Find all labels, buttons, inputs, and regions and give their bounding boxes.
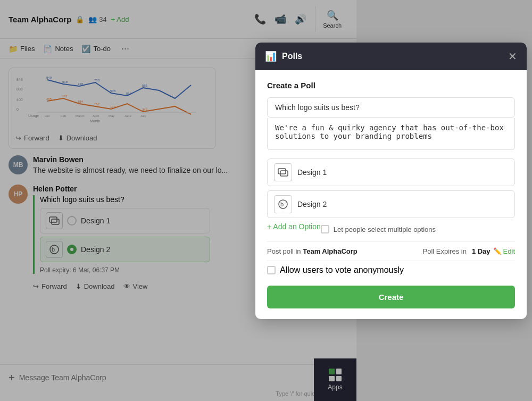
option-1-text-input[interactable] — [297, 168, 508, 177]
svg-text:0: 0 — [16, 107, 19, 111]
edit-icon: ✏️ — [493, 247, 502, 255]
download-icon: ⬇ — [76, 282, 81, 290]
svg-text:b: b — [52, 246, 55, 253]
poll-view-button[interactable]: 👁 View — [123, 282, 148, 290]
multi-select-checkbox[interactable] — [321, 225, 329, 233]
svg-text:179: 179 — [110, 105, 116, 108]
download-button[interactable]: ⬇ Download — [58, 134, 97, 142]
modal-body: Create a Poll We're a fun & quirky agenc… — [255, 70, 527, 319]
forward-button[interactable]: ↪ Forward — [15, 134, 49, 142]
svg-text:285: 285 — [46, 97, 52, 101]
svg-text:Feb: Feb — [61, 114, 66, 118]
anon-label: Allow users to vote anonymously — [280, 265, 404, 275]
todo-icon: ☑️ — [81, 45, 90, 53]
radio-1[interactable] — [67, 216, 77, 225]
svg-text:184: 184 — [78, 100, 84, 103]
create-poll-button[interactable]: Create — [267, 286, 515, 308]
svg-text:849: 849 — [46, 76, 52, 79]
option-icon-2: b — [274, 195, 292, 213]
avatar: MB — [9, 155, 28, 174]
notes-tab[interactable]: 📄 Notes — [43, 45, 73, 53]
svg-text:Month: Month — [90, 119, 101, 123]
avatar: HP — [9, 185, 28, 204]
option-2-text-input[interactable] — [297, 200, 508, 208]
svg-rect-28 — [52, 219, 59, 224]
radio-2-selected[interactable] — [67, 245, 77, 254]
chat-header: Team AlphaCorp 🔒 👥 34 + Add 📞 📹 🔊 🔍 Sear… — [0, 0, 356, 39]
svg-text:718: 718 — [78, 82, 84, 86]
polls-modal: 📊 Polls ✕ Create a Poll We're a fun & qu… — [255, 43, 527, 319]
poll-option-1[interactable]: Design 1 — [40, 208, 210, 233]
add-option-button[interactable]: + Add an Option — [267, 222, 321, 231]
option-1-label: Design 1 — [81, 216, 110, 225]
svg-text:555: 555 — [142, 84, 148, 87]
apps-label: Apps — [328, 383, 342, 391]
poll-description-input[interactable]: We're a fun & quirky agency that has out… — [267, 118, 515, 150]
svg-text:157: 157 — [94, 103, 100, 106]
poll-meta-row: Post poll in Team AlphaCorp Poll Expires… — [267, 241, 515, 261]
more-options-button[interactable]: ··· — [121, 43, 129, 54]
download-icon: ⬇ — [58, 134, 64, 142]
svg-text:400: 400 — [16, 98, 23, 102]
phone-icon[interactable]: 📞 — [254, 13, 266, 25]
video-icon[interactable]: 📹 — [275, 13, 286, 25]
svg-text:Usage: Usage — [28, 114, 39, 118]
svg-text:May: May — [109, 114, 114, 118]
poll-option-2[interactable]: b Design 2 — [40, 237, 210, 262]
team-name: Team AlphaCorp — [9, 15, 71, 24]
svg-text:June: June — [124, 114, 132, 118]
post-in-info: Post poll in Team AlphaCorp — [267, 247, 419, 255]
add-attachment-button[interactable]: + — [9, 372, 15, 384]
svg-rect-31 — [278, 169, 286, 174]
post-team-name: Team AlphaCorp — [303, 247, 358, 255]
add-button[interactable]: + Add — [111, 15, 129, 23]
poll-question-input[interactable] — [267, 97, 515, 118]
svg-text:Jan: Jan — [45, 114, 50, 118]
poll-forward-button[interactable]: ↪ Forward — [33, 282, 67, 290]
modal-header: 📊 Polls ✕ — [255, 43, 527, 70]
lock-icon: 🔒 — [76, 15, 84, 23]
poll-download-button[interactable]: ⬇ Download — [76, 282, 115, 290]
option-icon-1 — [274, 163, 292, 181]
svg-text:349: 349 — [142, 108, 148, 111]
todo-tab[interactable]: ☑️ To-do — [81, 45, 111, 53]
view-icon: 👁 — [123, 282, 130, 290]
polls-icon: 📊 — [265, 51, 277, 62]
anon-checkbox[interactable] — [267, 266, 276, 274]
search-icon: 🔍 — [327, 10, 338, 21]
member-icon: 👥 — [88, 15, 97, 23]
section-label: Create a Poll — [267, 81, 515, 90]
modal-title: Polls — [282, 52, 503, 61]
volume-icon[interactable]: 🔊 — [295, 13, 306, 25]
svg-text:181: 181 — [62, 95, 68, 98]
option-1-icon — [46, 212, 63, 229]
files-icon: 📁 — [9, 45, 18, 53]
apps-icon — [329, 369, 342, 381]
message-input[interactable] — [19, 373, 330, 382]
chart-message: 848 800 400 0 Usage 849 918 718 733 508 … — [9, 68, 216, 149]
svg-rect-32 — [280, 171, 288, 176]
svg-rect-27 — [49, 217, 57, 222]
search-button[interactable]: 🔍 Search — [315, 6, 348, 32]
svg-text:April: April — [93, 114, 99, 118]
multi-select-label: Let people select multiple options — [334, 225, 436, 233]
edit-expiry-button[interactable]: ✏️ Edit — [493, 247, 515, 255]
option-2-label: Design 2 — [81, 245, 110, 254]
files-tab[interactable]: 📁 Files — [9, 45, 35, 53]
forward-icon: ↪ — [33, 282, 39, 290]
message-input-row: + 😊 — [0, 365, 356, 390]
svg-text:July: July — [140, 114, 146, 118]
apps-button[interactable]: Apps — [314, 358, 356, 401]
svg-text:b: b — [280, 201, 284, 207]
footer-hint: Type '/' for quick commands — [0, 390, 356, 401]
svg-text:733: 733 — [94, 79, 100, 82]
svg-text:848: 848 — [16, 78, 23, 81]
usage-chart: 848 800 400 0 Usage 849 918 718 733 508 … — [15, 74, 207, 128]
chart-actions: ↪ Forward ⬇ Download — [15, 130, 209, 142]
close-button[interactable]: ✕ — [508, 50, 517, 63]
expiry-info: Poll Expires in 1 Day ✏️ Edit — [423, 247, 515, 255]
forward-icon: ↪ — [15, 134, 21, 142]
svg-text:014: 014 — [126, 92, 132, 95]
svg-text:918: 918 — [62, 80, 68, 83]
option-2-icon: b — [46, 241, 63, 258]
